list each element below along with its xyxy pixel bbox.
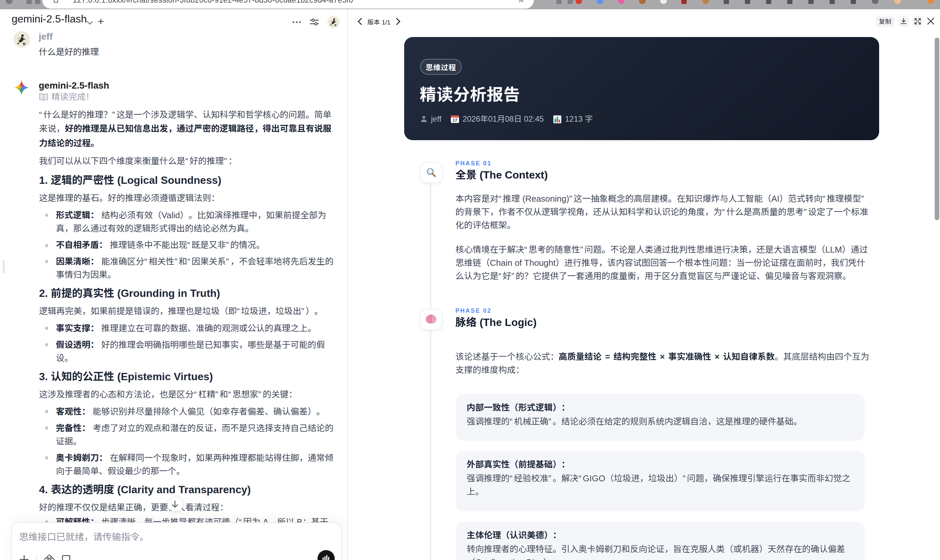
svg-text:17: 17	[453, 118, 457, 123]
svg-text:5: 5	[23, 42, 25, 45]
